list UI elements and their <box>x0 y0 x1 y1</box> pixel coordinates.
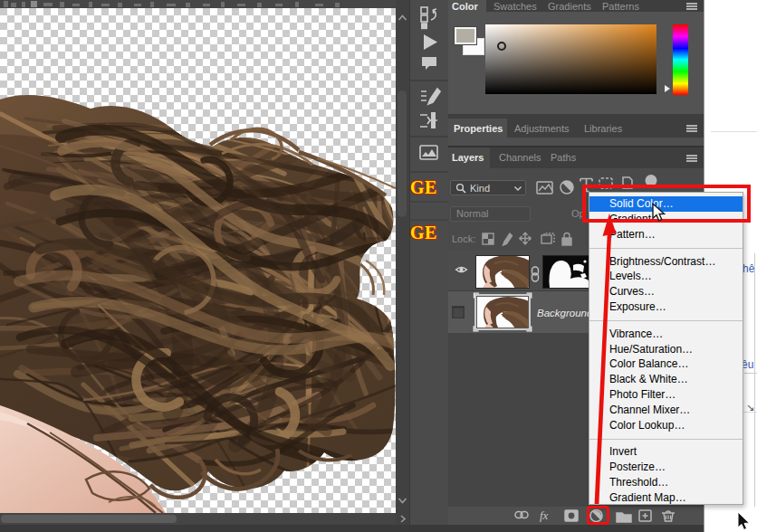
svg-text:fx: fx <box>540 508 549 522</box>
